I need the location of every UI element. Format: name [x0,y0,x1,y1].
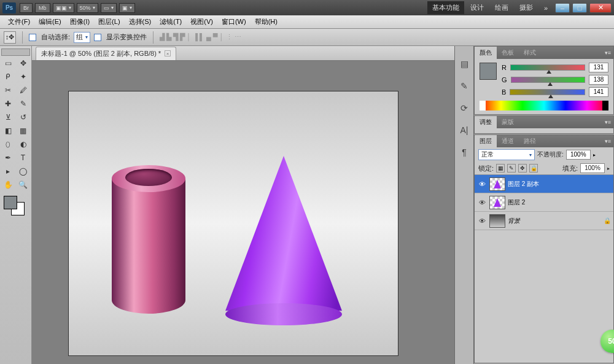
menu-view[interactable]: 视图(V) [186,16,217,28]
b-value-input[interactable]: 141 [589,87,608,97]
layer-item[interactable]: 👁 图层 2 [475,193,613,212]
tab-layers[interactable]: 图层 [475,135,497,147]
history-brush-tool[interactable]: ↺ [17,111,30,123]
tab-mask[interactable]: 蒙版 [497,116,519,128]
lasso-tool[interactable]: ᑭ [1,71,15,83]
adjust-panel-icon[interactable]: ⟳ [458,103,470,114]
fill-arrow-icon[interactable]: ▸ [607,166,610,171]
tab-paths[interactable]: 路径 [519,135,541,147]
heal-tool[interactable]: ✚ [1,98,15,110]
layer-thumbnail[interactable] [489,214,505,228]
menu-window[interactable]: 窗口(W) [217,16,251,28]
lock-transparent-icon[interactable]: ▦ [496,164,505,172]
menu-file[interactable]: 文件(F) [4,16,34,28]
screen-mode-dropdown[interactable]: ▣ [119,3,135,13]
panel-menu-icon[interactable]: ▾≡ [602,138,613,144]
tab-adjust[interactable]: 调整 [475,116,497,128]
blur-tool[interactable]: ⬯ [1,138,15,150]
crop-tool[interactable]: ✂ [1,84,15,96]
gradient-tool[interactable]: ▦ [17,125,30,137]
menu-select[interactable]: 选择(S) [125,16,156,28]
tab-swatches[interactable]: 色板 [497,47,519,59]
menu-filter[interactable]: 滤镜(T) [155,16,186,28]
hand-tool[interactable]: ✋ [1,179,15,191]
document-tab-bar: 未标题-1 @ 50% (图层 2 副本, RGB/8) * × [32,46,454,61]
layer-name[interactable]: 背景 [508,217,520,225]
minibridge-button[interactable]: Mb [35,3,50,13]
canvas-viewport[interactable] [32,61,454,364]
tab-styles[interactable]: 样式 [519,47,541,59]
shape-tool[interactable]: ◯ [17,165,30,177]
wand-tool[interactable]: ✦ [17,71,30,83]
window-minimize-button[interactable]: – [555,3,570,13]
stamp-tool[interactable]: ⊻ [1,111,15,123]
auto-select-dropdown[interactable]: 组 [74,32,90,43]
menu-layer[interactable]: 图层(L) [94,16,124,28]
opacity-arrow-icon[interactable]: ▸ [593,152,596,158]
r-value-input[interactable]: 131 [589,63,608,72]
blend-mode-dropdown[interactable]: 正常 [478,149,535,160]
eyedropper-tool[interactable]: 🖉 [17,84,30,96]
history-panel-icon[interactable]: ▤ [458,58,470,69]
lock-pixels-icon[interactable]: ✎ [507,164,516,172]
workspace-tab-painting[interactable]: 绘画 [490,1,513,14]
layer-thumbnail[interactable] [489,196,505,209]
view-layout-dropdown[interactable]: ▣▣ [53,3,74,13]
dodge-tool[interactable]: ◐ [17,138,30,150]
auto-select-checkbox[interactable] [29,34,36,41]
canvas[interactable] [69,91,398,355]
b-slider[interactable] [510,89,585,95]
path-select-tool[interactable]: ▸ [1,165,15,177]
tab-channels[interactable]: 通道 [497,135,519,147]
toolbox-grip[interactable] [1,48,30,56]
brush-tool[interactable]: ✎ [17,98,30,110]
layer-name[interactable]: 图层 2 副本 [508,180,539,188]
workspace-more[interactable]: » [539,2,553,14]
panel-menu-icon[interactable]: ▾≡ [602,119,613,125]
pen-tool[interactable]: ✒ [1,152,15,164]
g-slider[interactable] [511,77,585,83]
arrange-dropdown[interactable]: ▭ [101,3,117,13]
type-tool[interactable]: T [17,152,30,164]
bridge-button[interactable]: Br [20,3,33,13]
panel-menu-icon[interactable]: ▾≡ [602,50,613,56]
visibility-toggle-icon[interactable]: 👁 [477,216,487,226]
spectrum-bar[interactable] [480,101,608,110]
para-panel-icon[interactable]: ¶ [458,147,470,158]
zoom-dropdown[interactable]: 50% [77,3,98,13]
r-slider[interactable] [510,64,585,71]
move-tool[interactable]: ✥ [17,57,30,69]
menu-edit[interactable]: 编辑(E) [34,16,66,28]
layer-item[interactable]: 👁 背景 🔒 [475,212,613,230]
fg-color-preview[interactable] [480,63,497,80]
menu-help[interactable]: 帮助(H) [251,16,282,28]
zoom-tool[interactable]: 🔍 [17,179,30,191]
show-transform-checkbox[interactable] [94,34,101,41]
foreground-color-swatch[interactable] [4,196,17,209]
options-bar: ↕✥ 自动选择: 组 显示变换控件 ▟ ▙ ▜ ▛ │ ▐ ▌ ▄ ▀ │ ⋮ … [0,29,614,46]
window-close-button[interactable]: ✕ [589,3,612,13]
workspace-tab-photo[interactable]: 摄影 [515,1,538,14]
lock-all-icon[interactable]: 🔒 [529,164,538,172]
layer-thumbnail[interactable] [489,177,505,191]
char-panel-icon[interactable]: A| [458,125,470,136]
fill-input[interactable]: 100% [580,163,605,173]
visibility-toggle-icon[interactable]: 👁 [477,198,487,207]
layer-name[interactable]: 图层 2 [508,198,525,207]
workspace-tab-design[interactable]: 设计 [465,1,489,14]
lock-position-icon[interactable]: ✥ [518,164,527,172]
workspace-tab-essentials[interactable]: 基本功能 [427,1,464,14]
document-close-button[interactable]: × [165,50,171,56]
brush-panel-icon[interactable]: ✎ [458,80,470,91]
visibility-toggle-icon[interactable]: 👁 [477,179,487,189]
marquee-tool[interactable]: ▭ [1,57,15,69]
window-maximize-button[interactable]: □ [572,3,587,13]
g-value-input[interactable]: 138 [589,75,608,85]
tab-color[interactable]: 颜色 [475,47,497,59]
document-tab[interactable]: 未标题-1 @ 50% (图层 2 副本, RGB/8) * × [36,47,176,60]
menu-image[interactable]: 图像(I) [66,16,94,28]
color-swatches[interactable] [1,195,30,217]
opacity-input[interactable]: 100% [566,150,591,160]
layer-item[interactable]: 👁 图层 2 副本 [475,175,613,193]
eraser-tool[interactable]: ◧ [1,125,15,137]
